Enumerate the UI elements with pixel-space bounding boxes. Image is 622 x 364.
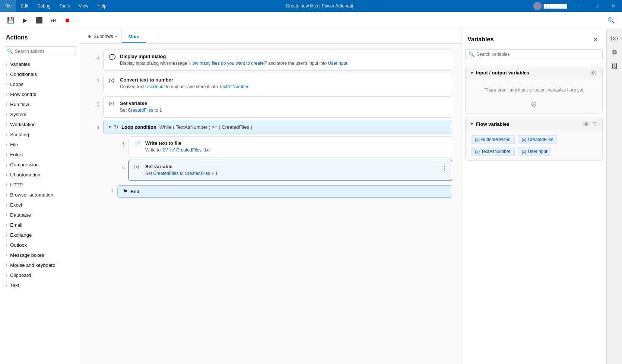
- variables-search-box[interactable]: 🔍: [465, 49, 603, 59]
- step-card-2[interactable]: {x} Convert text to number Convert text …: [103, 73, 452, 94]
- filter-icon[interactable]: ▽: [593, 121, 597, 127]
- chevron-down-icon: ▾: [115, 34, 117, 38]
- write-file-icon: 📄: [134, 141, 142, 148]
- chevron-right-icon: ›: [6, 112, 7, 116]
- variables-body: ▾ Input / output variables 0 There aren'…: [461, 63, 606, 364]
- var-chip-userinput[interactable]: {x} UserInput: [518, 147, 552, 156]
- sidebar-item-exchange[interactable]: ›Exchange: [0, 230, 80, 240]
- step-desc-6: Set CreatedFiles to CreatedFiles + 1: [145, 170, 447, 177]
- flow-variables-header[interactable]: ▾ Flow variables 4 ▽: [466, 117, 602, 131]
- flow-step-4: 4 ▾ ↻ Loop condition While ( TextAsNumbe…: [89, 120, 452, 198]
- sidebar-item-folder[interactable]: ›Folder: [0, 150, 80, 160]
- step-6-more-button[interactable]: ⋮: [440, 164, 449, 173]
- sidebar-item-system[interactable]: ›System: [0, 109, 80, 119]
- tabs-bar: ⊞ Subflows ▾ Main: [80, 29, 461, 44]
- main-content: ⊞ Subflows ▾ Main 1 💬 Display input dial…: [80, 29, 461, 364]
- step-1-var-link: UserInput: [328, 61, 348, 66]
- var-chip-textasnumber[interactable]: {x} TextAsNumber: [471, 147, 515, 156]
- maximize-button[interactable]: □: [588, 0, 605, 12]
- var-chip-label: TextAsNumber: [481, 149, 511, 154]
- save-button[interactable]: 💾: [4, 14, 17, 27]
- collapse-icon: ▾: [109, 124, 111, 130]
- record-button[interactable]: ⏺: [61, 14, 74, 27]
- var-chip-createdfiles[interactable]: {x} CreatedFiles: [518, 135, 558, 144]
- step-title-6: Set variable: [145, 164, 447, 169]
- step-number-7: 7: [103, 183, 114, 194]
- flow-step-7: 7 ⚑ End: [103, 183, 452, 198]
- tab-main[interactable]: Main: [122, 29, 146, 43]
- sidebar-item-browser-automation[interactable]: ›Browser automation: [0, 190, 80, 200]
- collapse-icon: ▾: [471, 70, 473, 76]
- input-output-title: Input / output variables: [476, 70, 587, 76]
- input-output-section-header[interactable]: ▾ Input / output variables 0: [466, 66, 602, 79]
- menu-help[interactable]: Help: [93, 0, 111, 12]
- step-desc-3: Set CreatedFiles to 1: [120, 107, 447, 114]
- step-card-3[interactable]: {x} Set variable Set CreatedFiles to 1: [103, 96, 452, 118]
- end-block[interactable]: ⚑ End: [117, 185, 452, 198]
- flow-step-1: 1 💬 Display input dialog Display input d…: [89, 50, 452, 71]
- sidebar-item-http[interactable]: ›HTTP: [0, 180, 80, 190]
- variables-close-button[interactable]: ✕: [590, 34, 600, 45]
- step-card-1[interactable]: 💬 Display input dialog Display input dia…: [103, 50, 452, 71]
- step-card-6[interactable]: {x} Set variable Set CreatedFiles to Cre…: [128, 160, 452, 181]
- sidebar-icon-x[interactable]: {x}: [608, 32, 621, 45]
- var-chip-buttonpressed[interactable]: {x} ButtonPressed: [471, 135, 515, 144]
- sidebar-item-flow-control[interactable]: ›Flow control: [0, 89, 80, 99]
- sidebar-item-outlook[interactable]: ›Outlook: [0, 240, 80, 250]
- avatar: [533, 2, 542, 10]
- menu-edit[interactable]: Edit: [16, 0, 33, 12]
- sidebar-item-mouse-keyboard[interactable]: ›Mouse and keyboard: [0, 260, 80, 270]
- chevron-right-icon: ›: [6, 102, 7, 106]
- sidebar-item-run-flow[interactable]: ›Run flow: [0, 99, 80, 109]
- sidebar-item-database[interactable]: ›Database: [0, 210, 80, 220]
- step-content-3: Set variable Set CreatedFiles to 1: [120, 100, 447, 114]
- search-icon: 🔍: [7, 48, 13, 54]
- stop-button[interactable]: ⬛: [33, 14, 45, 27]
- menu-debug[interactable]: Debug: [33, 0, 55, 12]
- sidebar-item-text[interactable]: ›Text: [0, 280, 80, 290]
- subflows-button[interactable]: ⊞ Subflows ▾: [83, 29, 122, 43]
- step-number-1: 1: [89, 50, 99, 60]
- var-icon: {x}: [522, 149, 527, 154]
- var-chip-label: CreatedFiles: [528, 137, 553, 142]
- search-button[interactable]: 🔍: [605, 14, 618, 27]
- sidebar-item-workstation[interactable]: ›Workstation: [0, 119, 80, 130]
- loop-header[interactable]: ▾ ↻ Loop condition While ( TextAsNumber …: [103, 120, 452, 134]
- menu-view[interactable]: View: [74, 0, 93, 12]
- close-button[interactable]: ✕: [605, 0, 622, 12]
- minimize-button[interactable]: −: [571, 0, 588, 12]
- var-chip-label: UserInput: [528, 149, 547, 154]
- step-2-var1-link: UserInput: [145, 84, 165, 89]
- step-button[interactable]: ⏭: [47, 14, 60, 27]
- menu-file[interactable]: File: [0, 0, 16, 12]
- search-actions-input[interactable]: [15, 49, 73, 54]
- sidebar-item-clipboard[interactable]: ›Clipboard: [0, 270, 80, 280]
- sidebar-icon-layers[interactable]: ⧉: [608, 46, 621, 59]
- menu-tools[interactable]: Tools: [55, 0, 74, 12]
- sidebar-item-ui-automation[interactable]: ›UI automation: [0, 170, 80, 180]
- chevron-right-icon: ›: [6, 173, 7, 177]
- window-controls: − □ ✕: [571, 0, 622, 12]
- var-chip-label: ButtonPressed: [481, 137, 511, 142]
- search-variables-input[interactable]: [476, 52, 599, 57]
- sidebar-icon-image[interactable]: 🖼: [608, 60, 621, 73]
- sidebar-item-message-boxes[interactable]: ›Message boxes: [0, 250, 80, 260]
- sidebar-item-conditionals[interactable]: ›Conditionals: [0, 69, 80, 79]
- step-title-3: Set variable: [120, 100, 447, 106]
- sidebar-item-file[interactable]: ›File: [0, 140, 80, 150]
- sidebar-item-excel[interactable]: ›Excel: [0, 200, 80, 210]
- step-number-3: 3: [89, 96, 99, 107]
- var-icon: {x}: [475, 137, 480, 142]
- step-number-6: 6: [114, 160, 125, 170]
- flow-step-5: 5 📄 Write text to file Write to 'C:\file…: [114, 136, 452, 157]
- add-variable-button[interactable]: ⊕: [471, 99, 597, 108]
- sidebar-item-email[interactable]: ›Email: [0, 220, 80, 230]
- actions-search-box[interactable]: 🔍: [4, 46, 76, 56]
- sidebar-item-scripting[interactable]: ›Scripting: [0, 130, 80, 140]
- sidebar-item-compression[interactable]: ›Compression: [0, 160, 80, 170]
- toolbar: 💾 ▶ ⬛ ⏭ ⏺ 🔍: [0, 12, 622, 29]
- step-card-5[interactable]: 📄 Write text to file Write to 'C:\file' …: [128, 136, 452, 157]
- sidebar-item-loops[interactable]: ›Loops: [0, 79, 80, 89]
- sidebar-item-variables[interactable]: ›Variables: [0, 59, 80, 69]
- run-button[interactable]: ▶: [19, 14, 31, 27]
